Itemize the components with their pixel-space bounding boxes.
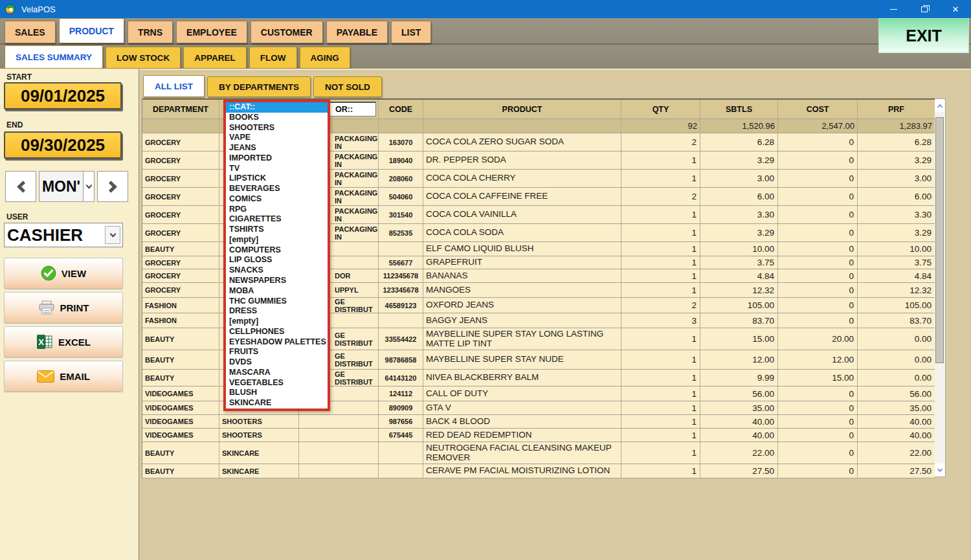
- cell-qty: 1: [621, 224, 700, 241]
- dropdown-item-tv[interactable]: TV: [226, 164, 328, 174]
- cell-department: BEAUTY: [142, 464, 219, 478]
- cell-cost: 0: [778, 133, 858, 151]
- minimize-icon[interactable]: [878, 0, 909, 18]
- cell-qty: 1: [621, 386, 700, 401]
- category-filter-dropdown: ::CAT::BOOKSSHOOTERSVAPEJEANSIMPORTEDTVL…: [223, 100, 330, 411]
- tab-customer[interactable]: CUSTOMER: [251, 21, 323, 43]
- dropdown-item-tshirts[interactable]: TSHIRTS: [226, 225, 328, 235]
- dropdown-item-beverages[interactable]: BEVERAGES: [226, 184, 328, 194]
- cell-product: BAGGY JEANS: [423, 313, 621, 328]
- scroll-down-icon[interactable]: [935, 464, 944, 476]
- dropdown-item-mascara[interactable]: MASCARA: [226, 368, 328, 378]
- dropdown-item-cat[interactable]: ::CAT::: [226, 102, 328, 113]
- view-button[interactable]: VIEW: [4, 258, 123, 289]
- dropdown-item-snacks[interactable]: SNACKS: [226, 265, 328, 276]
- start-date-button[interactable]: 09/01/2025: [4, 82, 122, 109]
- tab-apparel[interactable]: APPAREL: [183, 47, 247, 69]
- dropdown-item-dress[interactable]: DRESS: [226, 306, 328, 317]
- end-date-button[interactable]: 09/30/2025: [4, 131, 122, 159]
- tab-by-departments[interactable]: BY DEPARTMENTS: [207, 76, 311, 97]
- tab-trns[interactable]: TRNS: [128, 21, 173, 43]
- table-scrollbar[interactable]: [935, 98, 946, 477]
- cell-code: 189040: [379, 151, 423, 169]
- cell-product: CERAVE PM FACIAL MOISTURIZING LOTION: [423, 464, 621, 478]
- tab-payable[interactable]: PAYABLE: [326, 21, 388, 43]
- action-buttons: VIEWPRINTXEXCELEMAIL: [4, 258, 123, 392]
- cell-prf: 3.29: [858, 151, 935, 169]
- cell-department: GROCERY: [142, 170, 219, 187]
- dropdown-item-shooters[interactable]: SHOOTERS: [226, 123, 328, 133]
- cell-qty: 1: [621, 415, 700, 428]
- tab-not-sold[interactable]: NOT SOLD: [313, 76, 382, 97]
- dropdown-item-dvds[interactable]: DVDS: [226, 357, 328, 368]
- dropdown-item-eyeshadow-palettes[interactable]: EYESHADOW PALETTES: [226, 337, 328, 348]
- tab-aging[interactable]: AGING: [300, 47, 350, 69]
- dropdown-item-books[interactable]: BOOKS: [226, 113, 328, 123]
- previous-period-button[interactable]: [5, 171, 36, 202]
- cell-sbtls: 3.75: [700, 256, 778, 269]
- user-select-arrow[interactable]: [105, 226, 120, 244]
- col-header-product[interactable]: PRODUCT: [423, 100, 621, 118]
- col-header-department[interactable]: DEPARTMENT: [142, 100, 219, 118]
- dropdown-item-vegetables[interactable]: VEGETABLES: [226, 378, 328, 388]
- maximize-icon[interactable]: [909, 0, 940, 18]
- period-select-arrow[interactable]: [83, 172, 94, 201]
- dropdown-item-rpg[interactable]: RPG: [226, 205, 328, 215]
- user-select[interactable]: CASHIER: [4, 223, 123, 247]
- cell-cost: 0: [778, 386, 858, 401]
- dropdown-item-fruits[interactable]: FRUITS: [226, 347, 328, 357]
- cell-sbtls: 56.00: [700, 386, 778, 401]
- dropdown-item-computers[interactable]: COMPUTERS: [226, 245, 328, 256]
- tab-flow[interactable]: FLOW: [249, 47, 297, 69]
- dropdown-item-comics[interactable]: COMICS: [226, 194, 328, 205]
- dropdown-item-vape[interactable]: VAPE: [226, 133, 328, 143]
- dropdown-item-lipstick[interactable]: LIPSTICK: [226, 174, 328, 184]
- view-label: VIEW: [61, 268, 86, 279]
- cell-sbtls: 15.00: [700, 328, 778, 350]
- table-row[interactable]: VIDEOGAMESSHOOTERS987656BACK 4 BLOOD140.…: [142, 415, 935, 429]
- table-row[interactable]: BEAUTYSKINCARECERAVE PM FACIAL MOISTURIZ…: [142, 464, 935, 478]
- cell-sbtls: 83.70: [700, 313, 778, 328]
- dropdown-item-skincare[interactable]: SKINCARE: [226, 398, 328, 409]
- cell-sbtls: 105.00: [700, 298, 778, 313]
- col-header-code[interactable]: CODE: [379, 100, 423, 118]
- cell-qty: 1: [621, 429, 700, 442]
- tab-sales-summary[interactable]: SALES SUMMARY: [5, 45, 103, 69]
- print-button[interactable]: PRINT: [4, 292, 123, 323]
- dropdown-item-thc-gummies[interactable]: THC GUMMIES: [226, 297, 328, 307]
- excel-button[interactable]: XEXCEL: [4, 326, 123, 357]
- cell-code: 33554422: [379, 328, 423, 350]
- dropdown-item-empty[interactable]: [empty]: [226, 235, 328, 245]
- col-header-qty[interactable]: QTY: [621, 100, 700, 118]
- email-button[interactable]: EMAIL: [4, 361, 123, 392]
- tab-sales[interactable]: SALES: [5, 21, 56, 43]
- col-header-prf[interactable]: PRF: [858, 100, 935, 118]
- tab-low-stock[interactable]: LOW STOCK: [106, 47, 181, 69]
- dropdown-item-cigarettes[interactable]: CIGARETTES: [226, 214, 328, 225]
- col-header-sbtls[interactable]: SBTLS: [700, 100, 778, 118]
- period-select[interactable]: MON': [39, 171, 95, 202]
- close-icon[interactable]: ✕: [940, 0, 971, 18]
- cell-cost: 0: [778, 269, 858, 282]
- dropdown-item-empty[interactable]: [empty]: [226, 317, 328, 327]
- cell-prf: 6.28: [858, 133, 935, 151]
- exit-button[interactable]: EXIT: [878, 18, 969, 53]
- table-row[interactable]: BEAUTYSKINCARENEUTROGENA FACIAL CLEANSIN…: [142, 442, 935, 464]
- dropdown-item-imported[interactable]: IMPORTED: [226, 153, 328, 164]
- next-period-button[interactable]: [97, 171, 128, 202]
- tab-all-list[interactable]: ALL LIST: [143, 75, 205, 97]
- cell-product: COCA COLA SODA: [423, 224, 621, 241]
- scroll-up-icon[interactable]: [935, 99, 944, 112]
- dropdown-item-jeans[interactable]: JEANS: [226, 143, 328, 153]
- scrollbar-thumb[interactable]: [935, 117, 944, 363]
- col-header-cost[interactable]: COST: [778, 100, 858, 118]
- table-row[interactable]: VIDEOGAMESSHOOTERS675445RED DEAD REDEMPT…: [142, 429, 935, 442]
- tab-product[interactable]: PRODUCT: [59, 18, 124, 43]
- dropdown-item-cellphones[interactable]: CELLPHONES: [226, 327, 328, 337]
- tab-list[interactable]: LIST: [391, 21, 431, 43]
- dropdown-item-newspapers[interactable]: NEWSPAPERS: [226, 276, 328, 286]
- dropdown-item-lip-gloss[interactable]: LIP GLOSS: [226, 255, 328, 265]
- tab-employee[interactable]: EMPLOYEE: [176, 21, 247, 43]
- dropdown-item-moba[interactable]: MOBA: [226, 286, 328, 297]
- dropdown-item-blush[interactable]: BLUSH: [226, 388, 328, 398]
